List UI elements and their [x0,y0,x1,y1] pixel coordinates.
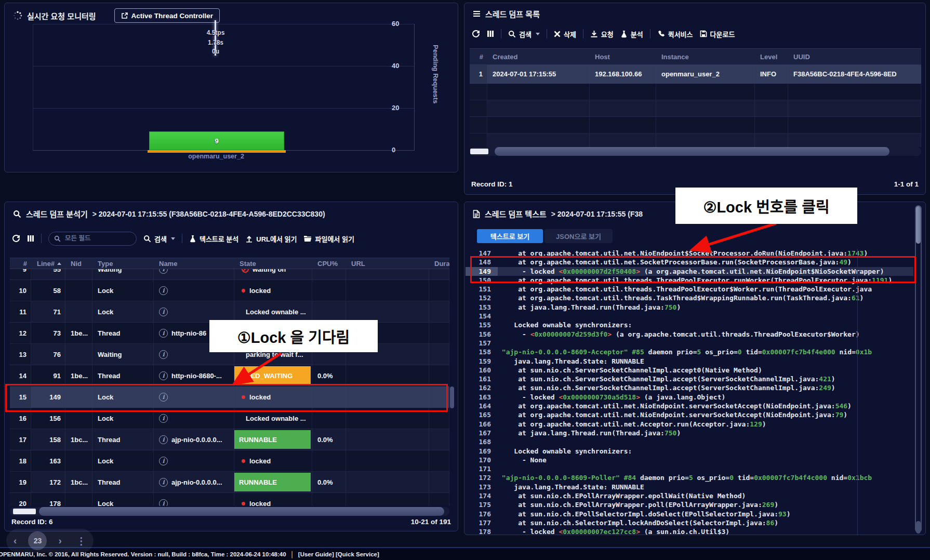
download-button[interactable]: 다운로드 [700,29,735,39]
code-text[interactable]: at org.apache.tomcat.util.net.NioEndpoin… [498,402,852,410]
line-number-151[interactable]: 151 [466,285,498,294]
code-text[interactable]: at org.apache.tomcat.util.net.NioEndpoin… [498,249,868,257]
footer-links[interactable]: [User Guide] [Quick Service] [298,551,379,557]
info-icon[interactable]: i [159,478,168,487]
info-icon[interactable]: i [159,414,168,423]
code-text[interactable]: at sun.nio.ch.ServerSocketChannelImpl.ac… [498,384,835,392]
analyzer-col-URL[interactable]: URL [346,258,429,269]
code-text[interactable]: at org.apache.tomcat.util.threads.Thread… [498,285,872,293]
request-button[interactable]: 요청 [590,29,614,39]
code-text[interactable]: - locked <0x00000007ec127cc8> (a sun.nio… [498,528,729,536]
line-number-147[interactable]: 147 [466,249,498,258]
line-number-152[interactable]: 152 [466,294,498,302]
dump-text-vscroll-thumb[interactable] [916,206,921,244]
dump-list-col-Level[interactable]: Level [755,49,788,64]
line-number-148[interactable]: 148 [466,258,498,266]
line-number-165[interactable]: 165 [466,410,498,419]
code-text[interactable]: at sun.nio.ch.SelectorImpl.lockAndDoSele… [498,519,778,527]
analyzer-row-19[interactable]: 191721bc...Threadiajp-nio-0.0.0.0...RUNN… [10,472,449,493]
code-text[interactable]: java.lang.Thread.State: RUNNABLE [498,483,644,491]
line-number-153[interactable]: 153 [466,303,498,312]
info-icon[interactable]: i [159,371,168,380]
line-number-164[interactable]: 164 [466,402,498,410]
info-icon[interactable]: i [159,286,168,295]
dump-list-row-1[interactable]: 12024-07-01 17:15:55192.168.100.66openma… [470,65,921,84]
code-text[interactable]: "ajp-nio-0.0.0.0-8609-Acceptor" #85 daem… [498,348,872,356]
line-number-150[interactable]: 150 [466,276,498,285]
code-text[interactable]: at org.apache.tomcat.util.net.Acceptor.r… [498,420,766,428]
info-icon[interactable]: i [159,499,168,506]
line-number-177[interactable]: 177 [466,518,498,527]
line-number-155[interactable]: 155 [466,321,498,329]
chart-bar-openmaru-user-2[interactable]: 9 [149,131,284,150]
line-number-171[interactable]: 171 [466,464,498,473]
quick-service-button[interactable]: 퀵서비스 [657,29,693,39]
code-text[interactable]: "ajp-nio-0.0.0.0-8609-Poller" #84 daemon… [498,474,872,482]
page-more-button[interactable]: ⋮ [73,535,89,548]
analyzer-col-CPU%[interactable]: CPU% [312,258,346,269]
dump-text-vscrollbar[interactable] [915,205,922,532]
line-number-160[interactable]: 160 [466,366,498,375]
refresh-button[interactable] [472,30,480,38]
code-text[interactable]: at java.lang.Thread.run(Thread.java:750) [498,303,681,311]
code-text[interactable]: at sun.nio.ch.EPollArrayWrapper.epollWai… [498,492,746,500]
tab-view-as-json[interactable]: JSON으로 보기 [544,229,613,243]
analyzer-col-Nid[interactable]: Nid [65,258,92,269]
info-icon[interactable]: i [159,350,168,359]
page-next-button[interactable]: › [56,535,65,547]
search-button[interactable]: 검색 [143,234,175,244]
analyzer-row-17[interactable]: 171581bc...Threadiajp-nio-0.0.0.0...RUNN… [10,429,449,450]
code-text[interactable]: - <0x00000007d259d3f0> (a org.apache.tom… [498,330,860,338]
line-number-169[interactable]: 169 [466,447,498,456]
field-filter-input[interactable] [64,234,131,243]
line-number-174[interactable]: 174 [466,491,498,500]
analyzer-row-14[interactable]: 14911be...Threadihttp-nio-8680-...TIMED_… [10,365,449,386]
analyzer-col-#[interactable]: # [10,258,31,269]
line-number-170[interactable]: 170 [466,456,498,464]
line-number-158[interactable]: 158 [466,348,498,356]
analyzer-row-18[interactable]: 18163Lockilocked [10,450,449,472]
line-number-157[interactable]: 157 [466,339,498,348]
line-number-178[interactable]: 178 [466,527,498,536]
analyzer-col-State[interactable]: State [234,258,312,269]
analyzer-row-9[interactable]: 955Waitingiwaiting on [10,269,449,280]
info-icon[interactable]: i [159,457,168,465]
info-icon[interactable]: i [159,329,168,338]
analyzer-hscrollbar[interactable] [10,507,449,516]
dump-list-col-Instance[interactable]: Instance [656,49,755,64]
dump-list-hscrollbar[interactable] [470,147,921,156]
dump-list-col-Created[interactable]: Created [487,49,590,64]
page-number[interactable]: 23 [28,531,47,550]
line-number-172[interactable]: 172 [466,473,498,482]
analyzer-vscrollbar[interactable] [450,386,454,408]
code-text[interactable]: at org.apache.tomcat.util.threads.Thread… [498,276,892,284]
info-icon[interactable]: i [159,308,168,316]
line-number-149[interactable]: 149 [466,267,498,276]
code-text[interactable]: at sun.nio.ch.EPollArrayWrapper.poll(EPo… [498,501,778,509]
analyzer-row-10[interactable]: 1058Lockilocked [10,280,449,301]
read-from-url-button[interactable]: URL에서 읽기 [245,234,297,244]
analyzer-row-20[interactable]: 20178Lockilocked [10,493,449,506]
refresh-button[interactable] [12,234,20,243]
analyze-button[interactable]: 분석 [620,29,643,39]
code-text[interactable]: at org.apache.tomcat.util.net.SocketProc… [498,258,852,266]
line-number-176[interactable]: 176 [466,510,498,518]
dump-list-col-UUID[interactable]: UUID [788,49,921,64]
analyzer-col-Durati[interactable]: Durati... [429,258,449,269]
analyzer-row-15[interactable]: 15149Lockilocked [10,386,449,408]
code-text[interactable]: at sun.nio.ch.ServerSocketChannelImpl.ac… [498,366,762,374]
code-text[interactable]: at sun.nio.ch.EPollSelectorImpl.doSelect… [498,510,791,518]
line-number-162[interactable]: 162 [466,383,498,392]
info-icon[interactable]: i [159,269,168,274]
analyzer-col-Line#[interactable]: Line# [31,258,65,269]
line-number-154[interactable]: 154 [466,312,498,321]
columns-button[interactable] [487,30,494,37]
line-number-159[interactable]: 159 [466,357,498,366]
dump-list-col-#[interactable]: # [470,49,487,64]
analyze-text-button[interactable]: 텍스트로 분석 [189,234,238,244]
code-text[interactable]: - locked <0x0000000730a5d518> (a java.la… [498,393,725,401]
code-text[interactable]: java.lang.Thread.State: RUNNABLE [498,357,644,365]
info-icon[interactable]: i [159,393,168,402]
line-number-173[interactable]: 173 [466,483,498,491]
line-number-175[interactable]: 175 [466,500,498,509]
